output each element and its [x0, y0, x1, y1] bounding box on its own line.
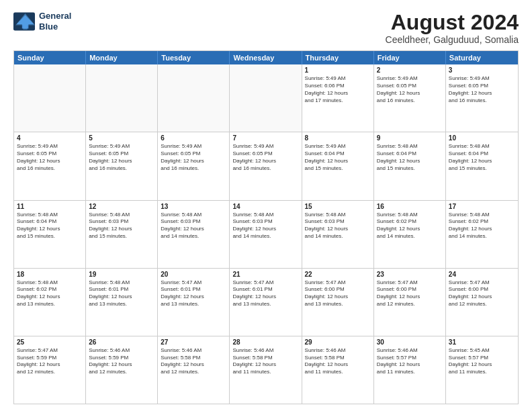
day-info: Sunrise: 5:48 AM Sunset: 6:02 PM Dayligh… — [17, 279, 83, 308]
day-number: 10 — [449, 134, 515, 142]
day-number: 21 — [232, 271, 298, 278]
day-number: 9 — [377, 134, 443, 142]
calendar-cell-18: 18Sunrise: 5:48 AM Sunset: 6:02 PM Dayli… — [14, 269, 86, 336]
day-info: Sunrise: 5:47 AM Sunset: 6:00 PM Dayligh… — [449, 279, 515, 308]
calendar-row-3: 11Sunrise: 5:48 AM Sunset: 6:04 PM Dayli… — [14, 200, 518, 268]
calendar-cell-2: 2Sunrise: 5:49 AM Sunset: 6:05 PM Daylig… — [374, 64, 446, 132]
day-number: 3 — [449, 66, 515, 74]
generalblue-logo-icon — [13, 12, 35, 31]
calendar-cell-8: 8Sunrise: 5:49 AM Sunset: 6:04 PM Daylig… — [302, 132, 374, 199]
day-number: 11 — [17, 203, 83, 210]
day-info: Sunrise: 5:48 AM Sunset: 6:02 PM Dayligh… — [449, 212, 515, 240]
day-info: Sunrise: 5:48 AM Sunset: 6:04 PM Dayligh… — [17, 212, 83, 240]
day-number: 24 — [449, 271, 515, 278]
day-number: 15 — [305, 203, 371, 210]
logo-line2: Blue — [39, 21, 71, 32]
calendar-cell-empty-0-0 — [14, 64, 86, 132]
day-info: Sunrise: 5:48 AM Sunset: 6:03 PM Dayligh… — [305, 212, 371, 240]
header-day-tuesday: Tuesday — [158, 51, 230, 64]
calendar-cell-3: 3Sunrise: 5:49 AM Sunset: 6:05 PM Daylig… — [446, 64, 518, 132]
calendar-header: SundayMondayTuesdayWednesdayThursdayFrid… — [14, 51, 518, 64]
day-number: 29 — [305, 338, 371, 346]
day-info: Sunrise: 5:48 AM Sunset: 6:03 PM Dayligh… — [232, 212, 298, 240]
calendar-cell-12: 12Sunrise: 5:48 AM Sunset: 6:03 PM Dayli… — [86, 201, 158, 268]
calendar-cell-15: 15Sunrise: 5:48 AM Sunset: 6:03 PM Dayli… — [302, 201, 374, 268]
logo-line1: General — [39, 11, 71, 21]
calendar-cell-5: 5Sunrise: 5:49 AM Sunset: 6:05 PM Daylig… — [86, 132, 158, 199]
day-info: Sunrise: 5:48 AM Sunset: 6:04 PM Dayligh… — [377, 143, 443, 172]
day-number: 28 — [232, 338, 298, 346]
calendar-cell-6: 6Sunrise: 5:49 AM Sunset: 6:05 PM Daylig… — [158, 132, 230, 199]
day-info: Sunrise: 5:47 AM Sunset: 6:00 PM Dayligh… — [305, 279, 371, 308]
calendar-body: 1Sunrise: 5:49 AM Sunset: 6:06 PM Daylig… — [14, 64, 518, 404]
day-number: 26 — [89, 338, 154, 346]
day-number: 17 — [449, 203, 515, 210]
header-day-sunday: Sunday — [14, 51, 86, 64]
calendar-row-4: 18Sunrise: 5:48 AM Sunset: 6:02 PM Dayli… — [14, 268, 518, 336]
header-day-thursday: Thursday — [302, 51, 374, 64]
day-info: Sunrise: 5:49 AM Sunset: 6:05 PM Dayligh… — [17, 143, 83, 172]
day-info: Sunrise: 5:49 AM Sunset: 6:04 PM Dayligh… — [305, 143, 371, 172]
calendar-row-5: 25Sunrise: 5:47 AM Sunset: 5:59 PM Dayli… — [14, 336, 518, 404]
calendar-cell-10: 10Sunrise: 5:48 AM Sunset: 6:04 PM Dayli… — [446, 132, 518, 199]
subtitle: Ceeldheer, Galguduud, Somalia — [386, 34, 519, 45]
calendar-cell-empty-0-2 — [158, 64, 230, 132]
day-info: Sunrise: 5:49 AM Sunset: 6:05 PM Dayligh… — [232, 143, 298, 172]
day-info: Sunrise: 5:46 AM Sunset: 5:58 PM Dayligh… — [305, 347, 371, 376]
logo: General Blue — [13, 11, 71, 32]
calendar-cell-1: 1Sunrise: 5:49 AM Sunset: 6:06 PM Daylig… — [302, 64, 374, 132]
calendar-cell-22: 22Sunrise: 5:47 AM Sunset: 6:00 PM Dayli… — [302, 269, 374, 336]
day-number: 7 — [232, 134, 298, 142]
day-info: Sunrise: 5:49 AM Sunset: 6:05 PM Dayligh… — [89, 143, 154, 172]
calendar-cell-28: 28Sunrise: 5:46 AM Sunset: 5:58 PM Dayli… — [230, 336, 302, 404]
day-number: 27 — [161, 338, 226, 346]
day-number: 19 — [89, 271, 154, 278]
header-day-friday: Friday — [374, 51, 446, 64]
calendar-cell-23: 23Sunrise: 5:47 AM Sunset: 6:00 PM Dayli… — [374, 269, 446, 336]
day-info: Sunrise: 5:49 AM Sunset: 6:05 PM Dayligh… — [161, 143, 226, 172]
day-info: Sunrise: 5:47 AM Sunset: 6:01 PM Dayligh… — [232, 279, 298, 308]
day-info: Sunrise: 5:49 AM Sunset: 6:05 PM Dayligh… — [449, 75, 515, 104]
calendar-cell-30: 30Sunrise: 5:46 AM Sunset: 5:57 PM Dayli… — [374, 336, 446, 404]
day-info: Sunrise: 5:49 AM Sunset: 6:06 PM Dayligh… — [305, 75, 371, 104]
day-number: 23 — [377, 271, 443, 278]
calendar-cell-29: 29Sunrise: 5:46 AM Sunset: 5:58 PM Dayli… — [302, 336, 374, 404]
day-number: 25 — [17, 338, 83, 346]
calendar-cell-14: 14Sunrise: 5:48 AM Sunset: 6:03 PM Dayli… — [230, 201, 302, 268]
calendar-row-2: 4Sunrise: 5:49 AM Sunset: 6:05 PM Daylig… — [14, 132, 518, 199]
calendar-cell-9: 9Sunrise: 5:48 AM Sunset: 6:04 PM Daylig… — [374, 132, 446, 199]
day-number: 14 — [232, 203, 298, 210]
day-info: Sunrise: 5:46 AM Sunset: 5:58 PM Dayligh… — [232, 347, 298, 376]
day-number: 8 — [305, 134, 371, 142]
calendar-cell-17: 17Sunrise: 5:48 AM Sunset: 6:02 PM Dayli… — [446, 201, 518, 268]
calendar-cell-7: 7Sunrise: 5:49 AM Sunset: 6:05 PM Daylig… — [230, 132, 302, 199]
day-info: Sunrise: 5:46 AM Sunset: 5:57 PM Dayligh… — [377, 347, 443, 376]
day-info: Sunrise: 5:47 AM Sunset: 6:00 PM Dayligh… — [377, 279, 443, 308]
calendar-cell-21: 21Sunrise: 5:47 AM Sunset: 6:01 PM Dayli… — [230, 269, 302, 336]
day-number: 13 — [161, 203, 226, 210]
day-info: Sunrise: 5:45 AM Sunset: 5:57 PM Dayligh… — [449, 347, 515, 376]
calendar-cell-25: 25Sunrise: 5:47 AM Sunset: 5:59 PM Dayli… — [14, 336, 86, 404]
day-number: 6 — [161, 134, 226, 142]
header-day-monday: Monday — [86, 51, 158, 64]
calendar-cell-31: 31Sunrise: 5:45 AM Sunset: 5:57 PM Dayli… — [446, 336, 518, 404]
calendar-cell-empty-0-3 — [230, 64, 302, 132]
calendar-cell-24: 24Sunrise: 5:47 AM Sunset: 6:00 PM Dayli… — [446, 269, 518, 336]
day-number: 30 — [377, 338, 443, 346]
day-info: Sunrise: 5:48 AM Sunset: 6:01 PM Dayligh… — [89, 279, 154, 308]
day-info: Sunrise: 5:46 AM Sunset: 5:59 PM Dayligh… — [89, 347, 154, 376]
day-number: 2 — [377, 66, 443, 74]
day-info: Sunrise: 5:48 AM Sunset: 6:03 PM Dayligh… — [161, 212, 226, 240]
day-info: Sunrise: 5:48 AM Sunset: 6:02 PM Dayligh… — [377, 212, 443, 240]
page: General Blue August 2024 Ceeldheer, Galg… — [0, 0, 532, 411]
calendar-row-1: 1Sunrise: 5:49 AM Sunset: 6:06 PM Daylig… — [14, 64, 518, 132]
main-title: August 2024 — [386, 11, 519, 34]
calendar-cell-4: 4Sunrise: 5:49 AM Sunset: 6:05 PM Daylig… — [14, 132, 86, 199]
day-info: Sunrise: 5:47 AM Sunset: 6:01 PM Dayligh… — [161, 279, 226, 308]
day-number: 1 — [305, 66, 371, 74]
day-number: 20 — [161, 271, 226, 278]
day-number: 5 — [89, 134, 154, 142]
calendar-cell-empty-0-1 — [86, 64, 158, 132]
title-block: August 2024 Ceeldheer, Galguduud, Somali… — [386, 11, 519, 45]
header: General Blue August 2024 Ceeldheer, Galg… — [13, 11, 519, 45]
